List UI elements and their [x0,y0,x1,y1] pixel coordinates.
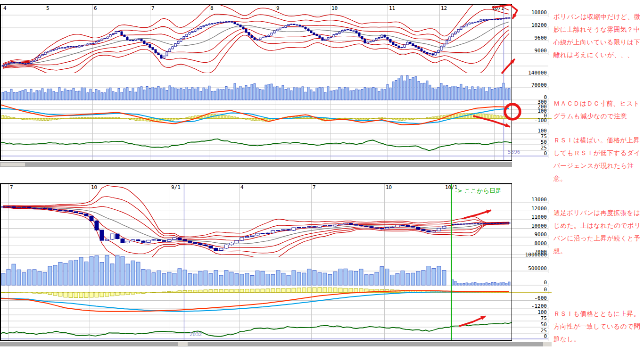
y-axis-label: 10200 [531,22,547,28]
x-axis-label: 12 [441,5,447,11]
y-axis-label: -1200 [531,303,547,309]
y-axis-label: 0 [544,287,547,293]
x-axis-label: 8 [210,5,214,11]
y-axis-label: 10800 [531,9,547,16]
daily-start-marker-label: -> ここから日足 [455,187,502,194]
y-axis-label: 9600 [535,35,547,41]
x-axis-label: 4 [3,5,7,11]
x-axis-label: 10 [331,5,338,11]
scrollbar-thumb[interactable] [0,163,25,166]
y-axis-label: 11000 [531,214,547,220]
weekly-chart-canvas[interactable]: 7109/1471010/113000120001100010000900080… [0,183,552,348]
y-axis-label: -600 [535,295,547,301]
note-bollinger-daily: ボリバンは収縮中だけど、微妙に上離れそうな雰囲気？中心線が上向いている限りは下離… [553,10,644,61]
daily-chart-canvas[interactable]: 45678910111210/1108001020096009000140000… [0,4,552,169]
x-axis-label: 5 [46,5,50,11]
y-axis-label: 8000 [535,240,547,247]
y-axis-label: 500000 [528,265,547,272]
note-rsi-daily: ＲＳＩは横ばい。価格が上昇してもＲＳＩが低下するダイバージェンスが現れたら注意。 [553,134,644,185]
y-axis-label: 50 [541,321,547,328]
x-axis-label: 9 [276,5,280,11]
horizontal-scrollbar[interactable] [0,342,552,346]
y-axis-label: 13000 [531,197,547,203]
scrollbar-track[interactable] [0,342,552,346]
note-macd-daily: ＭＡＣＤはＤＣ寸前、ヒストグラムも減少なので注意 [553,97,644,123]
x-axis-label: 10 [386,184,392,190]
y-axis-label: 10000 [531,223,547,229]
y-axis-label: 100 [537,309,547,315]
y-axis-label: -100 [535,117,547,123]
x-axis-label: 7 [313,184,316,190]
x-axis-label: 10/1 [492,5,504,11]
crosshair-value-label: 2032 [190,331,202,337]
x-axis-label: 10 [91,184,97,190]
weekly-chart-panel[interactable]: 7109/1471010/113000120001100010000900080… [0,183,552,348]
y-axis-label: 0 [544,150,547,156]
note-rsi-weekly: ＲＳＩも価格とともに上昇。方向性が一致しているので問題なし。 [553,307,644,346]
y-axis-label: 9000 [535,231,547,238]
y-axis-label: 0 [544,280,547,286]
x-axis-label: 7 [10,184,13,190]
x-axis-label: 4 [240,184,244,190]
y-axis-label: 70000 [531,82,547,88]
scrollbar-button[interactable] [543,342,552,346]
x-axis-label: 11 [389,5,395,11]
x-axis-label: 9/1 [171,184,181,190]
horizontal-scrollbar[interactable] [0,162,512,167]
x-axis-label: 7 [151,5,155,11]
y-axis-label: 140000 [528,70,547,76]
y-axis-label: 75 [541,315,547,321]
scrollbar-track[interactable] [0,162,512,167]
daily-chart-panel[interactable]: 45678910111210/1108001020096009000140000… [0,4,552,169]
y-axis-label: 9000 [535,48,547,54]
note-bollinger-weekly: 週足ボリバンは再度拡張をはじめた。上はなれたのでボリバンに沿った上昇が続くと予想… [553,206,644,257]
y-axis-label: 1000000 [525,252,547,258]
x-axis-label: 6 [94,5,97,11]
crosshair-value-label: 5396 [508,149,520,155]
y-axis-label: 0 [544,333,547,339]
scrollbar-thumb[interactable] [178,342,188,346]
y-axis-label: 12000 [531,206,547,212]
